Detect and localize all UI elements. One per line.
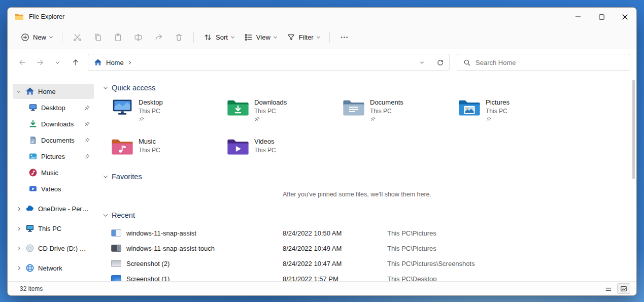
navigation-pane: Home Desktop Do bbox=[8, 76, 96, 281]
sidebar-item-desktop[interactable]: Desktop bbox=[16, 100, 94, 115]
chevron-right-icon[interactable] bbox=[15, 247, 22, 250]
paste-button[interactable] bbox=[108, 29, 128, 46]
search-box[interactable] bbox=[457, 54, 630, 71]
quick-access-item-downloads[interactable]: Downloads This PC bbox=[227, 98, 343, 124]
details-view-button[interactable] bbox=[602, 283, 615, 294]
folder-name: Music bbox=[139, 138, 160, 145]
sidebar-item-network[interactable]: Network bbox=[13, 260, 94, 276]
forward-button[interactable] bbox=[31, 54, 48, 71]
cut-button[interactable] bbox=[67, 29, 87, 46]
recent-header[interactable]: Recent bbox=[104, 211, 631, 219]
recent-file-row[interactable]: windows-11-snap-assist 8/24/2022 10:50 A… bbox=[103, 225, 631, 241]
recent-locations-button[interactable] bbox=[49, 54, 66, 71]
pin-icon bbox=[84, 138, 90, 143]
sidebar-item-documents[interactable]: Documents bbox=[16, 132, 94, 148]
search-input[interactable] bbox=[476, 59, 624, 66]
chevron-right-icon[interactable] bbox=[15, 267, 22, 270]
quick-access-header[interactable]: Quick access bbox=[104, 84, 631, 92]
chevron-down-icon[interactable] bbox=[104, 212, 108, 216]
vertical-scrollbar[interactable] bbox=[632, 80, 635, 179]
sidebar-item-home[interactable]: Home bbox=[13, 84, 94, 99]
refresh-button[interactable] bbox=[433, 55, 447, 70]
chevron-down-icon[interactable] bbox=[15, 90, 22, 93]
folder-location: This PC bbox=[254, 147, 276, 154]
address-dropdown-button[interactable] bbox=[415, 55, 429, 70]
new-button[interactable]: New bbox=[16, 29, 57, 46]
recent-section: Recent windows-11-snap-assist 8/24/2022 … bbox=[103, 211, 631, 281]
recent-file-row[interactable]: Screenshot (2) 8/24/2022 10:47 AM This P… bbox=[103, 256, 631, 271]
sort-icon bbox=[204, 33, 212, 42]
sidebar-item-downloads[interactable]: Downloads bbox=[16, 116, 94, 131]
sidebar-item-label: OneDrive - Personal bbox=[38, 205, 90, 213]
filter-button[interactable]: Filter bbox=[282, 29, 325, 46]
quick-access-item-desktop[interactable]: Desktop This PC bbox=[111, 98, 227, 124]
caption-buttons bbox=[566, 8, 636, 26]
titlebar[interactable]: File Explorer bbox=[8, 8, 636, 26]
chevron-down-icon[interactable] bbox=[104, 174, 108, 178]
sidebar-item-pictures[interactable]: Pictures bbox=[16, 149, 94, 164]
copy-button[interactable] bbox=[87, 29, 108, 46]
sidebar-item-this-pc[interactable]: This PC bbox=[13, 221, 94, 236]
file-location: This PC\Pictures bbox=[387, 229, 436, 237]
chevron-down-icon[interactable] bbox=[104, 85, 108, 89]
home-icon bbox=[25, 87, 35, 96]
chevron-down-icon bbox=[317, 35, 320, 39]
documents-folder-icon bbox=[343, 98, 365, 117]
view-button[interactable]: View bbox=[239, 29, 282, 46]
share-icon bbox=[154, 33, 163, 42]
quick-access-item-pictures[interactable]: Pictures This PC bbox=[458, 98, 574, 124]
rename-button[interactable] bbox=[128, 29, 148, 46]
section-title: Recent bbox=[112, 211, 135, 219]
statusbar-view-toggles bbox=[602, 283, 630, 294]
address-bar[interactable]: Home bbox=[88, 54, 450, 71]
quick-access-item-videos[interactable]: Videos This PC bbox=[227, 137, 343, 156]
quick-access-grid: Desktop This PC bbox=[111, 98, 631, 156]
pictures-folder-icon bbox=[458, 98, 481, 117]
file-thumbnail-icon bbox=[111, 229, 121, 237]
chevron-right-icon[interactable] bbox=[15, 227, 22, 230]
downloads-icon bbox=[28, 119, 38, 128]
folder-name: Documents bbox=[370, 98, 403, 106]
up-button[interactable] bbox=[67, 54, 84, 71]
details-view-icon bbox=[605, 285, 612, 292]
chevron-down-icon bbox=[56, 60, 59, 63]
desktop-icon bbox=[28, 103, 38, 112]
folder-name: Downloads bbox=[254, 98, 287, 106]
this-pc-icon bbox=[25, 224, 35, 233]
quick-access-item-music[interactable]: Music This PC bbox=[111, 137, 227, 156]
sidebar-item-label: Music bbox=[41, 169, 58, 177]
folder-location: This PC bbox=[370, 108, 403, 115]
recent-file-row[interactable]: Screenshot (1) 8/21/2022 1:57 PM This PC… bbox=[103, 271, 631, 281]
desktop-wallpaper: File Explorer New bbox=[0, 0, 644, 302]
more-options-button[interactable] bbox=[334, 29, 355, 46]
thumbnails-view-icon bbox=[620, 285, 627, 292]
file-location: This PC\Pictures bbox=[387, 245, 436, 252]
sidebar-item-onedrive[interactable]: OneDrive - Personal bbox=[13, 201, 94, 216]
sidebar-item-music[interactable]: Music bbox=[16, 165, 94, 180]
sidebar-item-label: Network bbox=[38, 264, 62, 272]
large-thumbnails-view-button[interactable] bbox=[617, 283, 630, 294]
delete-button[interactable] bbox=[168, 29, 189, 46]
sidebar-item-videos[interactable]: Videos bbox=[16, 181, 94, 196]
music-folder-icon bbox=[111, 137, 133, 156]
close-button[interactable] bbox=[613, 8, 636, 26]
chevron-right-icon[interactable] bbox=[15, 208, 22, 210]
share-button[interactable] bbox=[148, 29, 168, 46]
maximize-button[interactable] bbox=[590, 8, 613, 26]
favorites-header[interactable]: Favorites bbox=[104, 173, 631, 181]
sidebar-item-cd-drive[interactable]: CD Drive (D:) Virtual bbox=[13, 241, 94, 256]
file-name: windows-11-snap-assist-touch bbox=[126, 245, 278, 252]
minimize-button[interactable] bbox=[566, 8, 590, 26]
recent-file-row[interactable]: windows-11-snap-assist-touch 8/24/2022 1… bbox=[103, 241, 631, 256]
toolbar-separator bbox=[329, 32, 330, 43]
quick-access-item-documents[interactable]: Documents This PC bbox=[343, 98, 458, 124]
ellipsis-icon bbox=[340, 33, 349, 42]
new-label: New bbox=[33, 33, 46, 41]
breadcrumb-home[interactable]: Home bbox=[106, 59, 124, 66]
back-button[interactable] bbox=[14, 54, 30, 71]
folder-location: This PC bbox=[486, 108, 510, 115]
sort-button[interactable]: Sort bbox=[198, 29, 239, 46]
pin-icon bbox=[139, 116, 144, 122]
file-name: Screenshot (1) bbox=[126, 275, 278, 282]
sidebar-item-label: Desktop bbox=[41, 104, 65, 112]
